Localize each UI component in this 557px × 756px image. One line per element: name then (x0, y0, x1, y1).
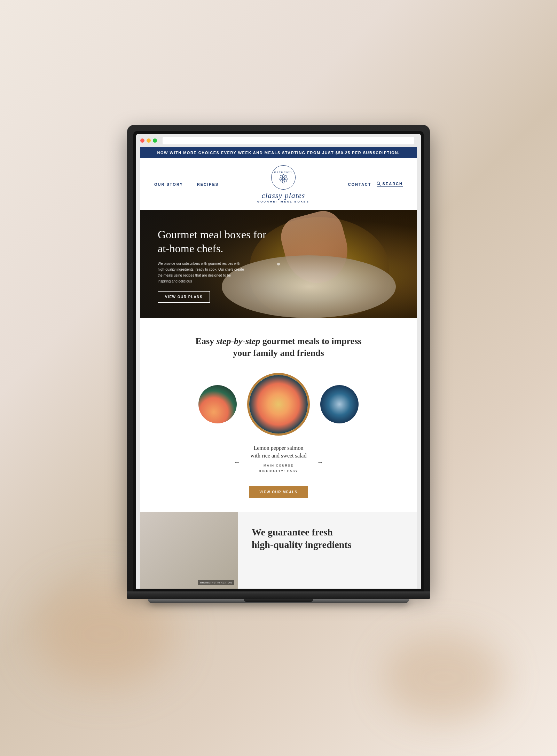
svg-point-9 (377, 182, 379, 185)
minimize-button-dot[interactable] (147, 138, 151, 143)
nav-right: CONTACT SEARCH (348, 182, 403, 187)
website-content: NOW WITH MORE CHOICES EVERY WEEK AND MEA… (140, 147, 417, 589)
svg-line-10 (379, 184, 381, 186)
meal-difficulty: DIFFICULTY: EASY (251, 468, 307, 474)
hero-title: Gourmet meal boxes for at-home chefs. (158, 228, 269, 255)
screen-bezel: NOW WITH MORE CHOICES EVERY WEEK AND MEA… (133, 131, 424, 591)
bottom-section: BRANDING IN ACTION We guarantee fresh hi… (140, 512, 417, 589)
nav-left: OUR STORY RECIPES (154, 182, 219, 186)
svg-point-7 (283, 175, 287, 179)
announcement-text: NOW WITH MORE CHOICES EVERY WEEK AND MEA… (157, 151, 400, 155)
svg-point-8 (280, 178, 284, 183)
meal-category: MAIN COURSE (251, 463, 307, 468)
navigation: OUR STORY RECIPES ESTB 2021 (140, 158, 417, 210)
bottom-image: BRANDING IN ACTION (140, 512, 238, 589)
search-bar[interactable]: SEARCH (377, 182, 403, 187)
logo-flower-icon (278, 174, 289, 184)
meal-name: Lemon pepper salmon with rice and sweet … (251, 444, 307, 460)
carousel-next-button[interactable]: → (313, 457, 327, 468)
traffic-lights (140, 138, 157, 143)
logo-estb: ESTB 2021 (272, 171, 295, 174)
hero-content: Gourmet meal boxes for at-home chefs. We… (140, 210, 287, 318)
dish-food-visual (320, 385, 359, 423)
carousel-prev-button[interactable]: ← (230, 457, 244, 468)
address-bar[interactable] (163, 137, 414, 144)
svg-point-5 (280, 175, 284, 179)
announcement-bar: NOW WITH MORE CHOICES EVERY WEEK AND MEA… (140, 147, 417, 158)
hero-description: We provide our subscribers with gourmet … (158, 261, 245, 284)
logo-tagline: GOURMET MEAL BOXES (219, 200, 348, 203)
close-button-dot[interactable] (140, 138, 144, 143)
meal-info: Lemon pepper salmon with rice and sweet … (251, 444, 307, 474)
meal-section-title: Easy step-by-step gourmet meals to impre… (154, 335, 403, 359)
nav-link-our-story[interactable]: OUR STORY (154, 182, 183, 186)
nav-link-recipes[interactable]: RECIPES (197, 182, 219, 186)
bottom-title: We guarantee fresh high-quality ingredie… (252, 526, 352, 551)
meal-image-salmon[interactable] (247, 373, 310, 436)
view-meals-button[interactable]: VIEW OUR MEALS (249, 486, 308, 498)
view-plans-button[interactable]: VIEW OUR PLANS (158, 291, 210, 303)
meal-image-dish[interactable] (320, 385, 359, 423)
hero-section: Gourmet meal boxes for at-home chefs. We… (140, 210, 417, 318)
salmon-food-visual (249, 375, 308, 433)
burger-food-visual (198, 385, 237, 423)
bottom-text: We guarantee fresh high-quality ingredie… (238, 512, 366, 565)
branding-badge: BRANDING IN ACTION (198, 580, 234, 585)
meal-meta: MAIN COURSE DIFFICULTY: EASY (251, 463, 307, 474)
browser-toolbar (140, 137, 417, 147)
title-italic: step-by-step (217, 336, 260, 346)
logo-circle: ESTB 2021 (271, 165, 296, 190)
search-label: SEARCH (383, 182, 403, 186)
browser-chrome: NOW WITH MORE CHOICES EVERY WEEK AND MEA… (136, 134, 421, 589)
title-normal: Easy (196, 336, 214, 346)
meal-image-burger[interactable] (198, 385, 237, 423)
logo-name: classy plates (219, 191, 348, 200)
meal-section: Easy step-by-step gourmet meals to impre… (140, 318, 417, 512)
maximize-button-dot[interactable] (153, 138, 157, 143)
laptop-body: NOW WITH MORE CHOICES EVERY WEEK AND MEA… (127, 125, 430, 591)
meal-carousel (154, 373, 403, 436)
site-logo[interactable]: ESTB 2021 (219, 165, 348, 203)
nav-link-contact[interactable]: CONTACT (348, 182, 371, 186)
estb-year: 2021 (284, 171, 292, 174)
svg-point-6 (283, 178, 287, 183)
laptop-wrapper: NOW WITH MORE CHOICES EVERY WEEK AND MEA… (127, 125, 430, 603)
laptop-base (127, 591, 430, 599)
search-icon (377, 182, 381, 186)
estb-label: ESTB (274, 171, 283, 174)
